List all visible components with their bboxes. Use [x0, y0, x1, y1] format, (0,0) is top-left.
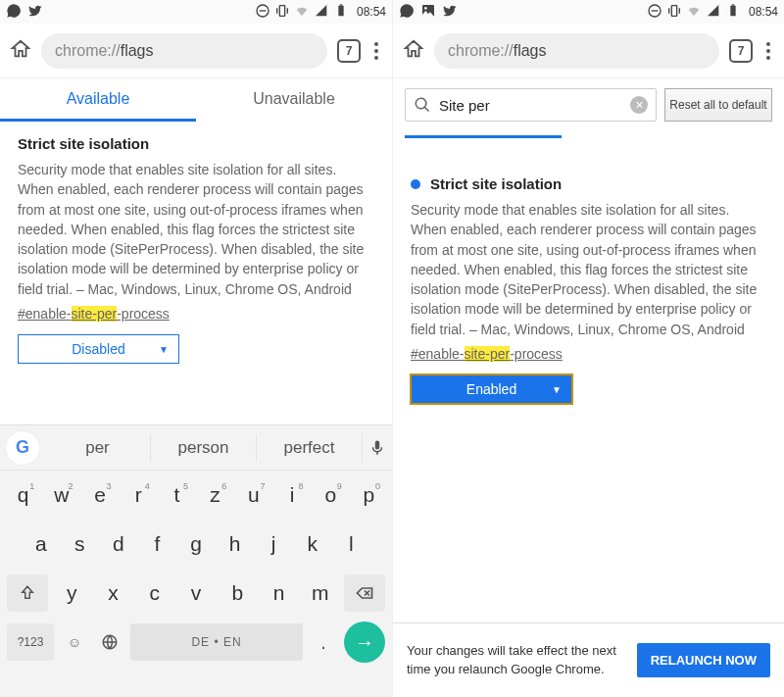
key-y[interactable]: y — [53, 581, 90, 605]
wifi-icon — [294, 3, 310, 22]
key-a[interactable]: a — [24, 532, 59, 556]
svg-rect-10 — [671, 5, 676, 16]
backspace-key[interactable] — [344, 574, 385, 612]
mic-icon[interactable] — [363, 439, 392, 457]
clear-search-icon[interactable]: ✕ — [630, 96, 648, 114]
chevron-down-icon: ▼ — [552, 384, 562, 395]
numeric-key[interactable]: ?123 — [7, 623, 54, 661]
suggestion-1[interactable]: per — [45, 434, 151, 462]
flag-title: Strict site isolation — [18, 135, 374, 152]
flag-tabs: Available Unavailable — [0, 78, 392, 122]
key-p[interactable]: p0 — [352, 483, 386, 507]
flag-anchor-link[interactable]: #enable-site-per-process — [18, 306, 170, 322]
url-path: flags — [514, 42, 547, 60]
omnibox[interactable]: chrome://flags — [434, 33, 719, 69]
key-l[interactable]: l — [334, 532, 369, 556]
home-icon[interactable] — [403, 38, 424, 64]
svg-point-7 — [424, 7, 427, 10]
address-bar: chrome://flags 7 — [393, 24, 784, 78]
modified-dot-icon — [411, 179, 420, 189]
key-n[interactable]: n — [260, 581, 297, 605]
twitter-icon — [442, 3, 458, 22]
key-g[interactable]: g — [178, 532, 214, 556]
screenshot-right: 08:54 chrome://flags 7 Site per ✕ Reset … — [392, 0, 784, 697]
key-c[interactable]: c — [136, 581, 173, 605]
key-k[interactable]: k — [295, 532, 330, 556]
url-prefix: chrome:// — [448, 42, 514, 60]
flag-anchor-link[interactable]: #enable-site-per-process — [411, 346, 563, 362]
svg-rect-2 — [279, 5, 284, 16]
flag-entry: Strict site isolation Security mode that… — [393, 138, 784, 418]
tab-switcher[interactable]: 7 — [337, 39, 361, 63]
shift-key[interactable] — [7, 574, 48, 612]
globe-key[interactable] — [95, 623, 124, 661]
dnd-icon — [255, 3, 270, 22]
home-icon[interactable] — [10, 38, 31, 64]
svg-rect-12 — [732, 4, 735, 5]
tab-unavailable[interactable]: Unavailable — [196, 78, 392, 122]
relaunch-message: Your changes will take effect the next t… — [407, 642, 625, 677]
key-b[interactable]: b — [219, 581, 256, 605]
reset-all-button[interactable]: Reset all to default — [664, 88, 772, 122]
vibrate-icon — [666, 3, 682, 22]
flags-search-input[interactable]: Site per ✕ — [405, 88, 657, 122]
google-icon[interactable]: G — [6, 431, 39, 465]
image-icon — [420, 3, 436, 22]
key-e[interactable]: e3 — [82, 483, 117, 507]
tab-switcher[interactable]: 7 — [729, 39, 753, 63]
whatsapp-icon — [399, 3, 415, 22]
key-t[interactable]: t5 — [160, 483, 194, 507]
overflow-menu-icon[interactable] — [762, 38, 774, 64]
key-h[interactable]: h — [218, 532, 253, 556]
key-z[interactable]: z6 — [198, 483, 232, 507]
chevron-down-icon: ▼ — [159, 344, 169, 355]
dropdown-value: Disabled — [72, 341, 124, 357]
spacebar[interactable]: DE • EN — [130, 623, 303, 661]
vibrate-icon — [274, 3, 290, 22]
relaunch-button[interactable]: RELAUNCH NOW — [637, 643, 770, 678]
twitter-icon — [27, 3, 43, 22]
screenshot-left: 08:54 chrome://flags 7 Available Unavail… — [0, 0, 392, 697]
signal-icon — [314, 3, 329, 22]
svg-rect-1 — [260, 10, 267, 11]
key-f[interactable]: f — [140, 532, 175, 556]
address-bar: chrome://flags 7 — [0, 24, 392, 78]
key-j[interactable]: j — [256, 532, 291, 556]
key-s[interactable]: s — [63, 532, 98, 556]
url-path: flags — [121, 42, 154, 60]
svg-rect-9 — [652, 10, 659, 11]
key-row-2: a s d f g h j k l — [0, 520, 392, 569]
flag-title: Strict site isolation — [411, 175, 766, 192]
key-q[interactable]: q1 — [6, 483, 40, 507]
enter-key[interactable]: → — [344, 622, 385, 663]
suggestion-2[interactable]: person — [151, 434, 257, 462]
key-r[interactable]: r4 — [122, 483, 156, 507]
svg-rect-11 — [730, 5, 735, 16]
key-w[interactable]: w2 — [44, 483, 78, 507]
key-x[interactable]: x — [94, 581, 131, 605]
search-row: Site per ✕ Reset all to default — [393, 78, 784, 125]
search-icon — [414, 96, 431, 114]
key-d[interactable]: d — [101, 532, 136, 556]
search-value: Site per — [439, 97, 622, 114]
period-key[interactable]: . — [309, 623, 338, 661]
status-time: 08:54 — [749, 5, 778, 19]
dnd-icon — [647, 3, 662, 22]
suggestion-3[interactable]: perfect — [257, 434, 363, 462]
key-m[interactable]: m — [302, 581, 339, 605]
flag-description: Security mode that enables site isolatio… — [411, 200, 766, 339]
signal-icon — [706, 3, 721, 22]
flag-state-dropdown[interactable]: Disabled ▼ — [18, 334, 179, 364]
flag-state-dropdown[interactable]: Enabled ▼ — [411, 374, 572, 404]
flag-entry: Strict site isolation Security mode that… — [0, 122, 392, 377]
tab-available[interactable]: Available — [0, 78, 196, 122]
key-row-3: y x c v b n m — [0, 569, 392, 618]
key-u[interactable]: u7 — [236, 483, 270, 507]
omnibox[interactable]: chrome://flags — [41, 33, 327, 69]
overflow-menu-icon[interactable] — [370, 38, 382, 64]
key-o[interactable]: o9 — [314, 483, 348, 507]
wifi-icon — [686, 3, 702, 22]
key-v[interactable]: v — [177, 581, 215, 605]
key-i[interactable]: i8 — [274, 483, 309, 507]
emoji-key[interactable]: ☺ — [60, 623, 89, 661]
